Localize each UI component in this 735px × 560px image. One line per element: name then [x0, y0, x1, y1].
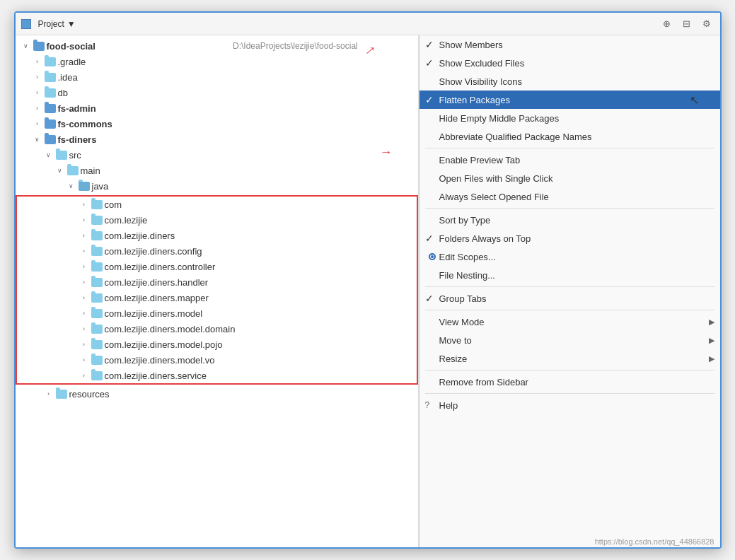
label-com-lezijie-diners-model-pojo: com.lezijie.diners.model.pojo — [105, 339, 414, 350]
folder-icon-root — [33, 42, 45, 51]
menu-item-open-single-click[interactable]: Open Files with Single Click — [419, 169, 720, 187]
chevron-com-lezijie-diners-model-pojo: › — [79, 339, 89, 349]
tree-item-com-lezijie-diners-config[interactable]: › com.lezijie.diners.config — [17, 243, 417, 259]
folder-icon-com-lezijie-diners-controller — [91, 262, 103, 272]
menu-item-help[interactable]: ? Help — [419, 396, 720, 414]
filter-button[interactable]: ⊟ — [679, 16, 695, 32]
chevron-com-lezijie-diners-service: › — [79, 371, 89, 380]
tree-item-gradle[interactable]: › .gradle — [16, 54, 418, 69]
tree-root[interactable]: ∨ food-social D:\IdeaProjects\lezijie\fo… — [16, 38, 418, 54]
label-move-to: Move to — [439, 335, 472, 346]
label-java: java — [92, 181, 415, 192]
menu-item-enable-preview-tab[interactable]: Enable Preview Tab — [419, 151, 720, 169]
toolbar: Project ▼ ⊕ ⊟ ⚙ — [16, 13, 720, 35]
tree-item-com-lezijie-diners-model-pojo[interactable]: › com.lezijie.diners.model.pojo — [17, 337, 417, 352]
folder-icon-resources — [56, 390, 67, 399]
menu-item-hide-empty-middle[interactable]: Hide Empty Middle Packages — [419, 109, 720, 127]
chevron-com-lezijie-diners-model-domain: › — [79, 324, 89, 334]
menu-item-view-mode[interactable]: View Mode ▶ — [419, 313, 720, 331]
tree-item-com-lezijie-diners-controller[interactable]: › com.lezijie.diners.controller — [17, 259, 417, 274]
chevron-com: › — [79, 199, 89, 209]
label-edit-scopes: Edit Scopes... — [439, 252, 496, 262]
chevron-fs-diners: ∨ — [33, 134, 42, 144]
main-window: Project ▼ ⊕ ⊟ ⚙ ∨ food-social D:\IdeaPro… — [14, 11, 722, 549]
check-group-tabs: ✓ — [425, 293, 439, 304]
label-com-lezijie-diners-mapper: com.lezijie.diners.mapper — [105, 293, 414, 303]
toolbar-title-text: Project — [38, 19, 64, 29]
tree-item-com-lezijie-diners-model-domain[interactable]: › com.lezijie.diners.model.domain — [17, 321, 417, 337]
settings-button[interactable]: ⚙ — [699, 16, 714, 32]
folder-icon-com — [91, 200, 103, 209]
folder-icon-com-lezijie — [91, 216, 103, 225]
radio-dot-edit-scopes — [429, 253, 436, 260]
tree-item-com-lezijie-diners-model-vo[interactable]: › com.lezijie.diners.model.vo — [17, 352, 417, 368]
folder-icon-gradle — [45, 57, 56, 66]
tree-item-src[interactable]: ∨ src — [16, 147, 418, 163]
menu-item-sort-by-type[interactable]: Sort by Type — [419, 211, 720, 229]
menu-item-flatten-packages[interactable]: ✓ Flatten Packages ↖ — [419, 91, 720, 109]
folder-icon-com-lezijie-diners — [91, 231, 103, 240]
menu-item-abbreviate-qualified[interactable]: Abbreviate Qualified Package Names — [419, 127, 720, 146]
tree-item-java[interactable]: ∨ java — [16, 178, 418, 194]
tree-item-com-lezijie-diners-model[interactable]: › com.lezijie.diners.model — [17, 305, 417, 321]
tree-item-fs-admin[interactable]: › fs-admin — [16, 100, 418, 116]
add-button[interactable]: ⊕ — [659, 16, 675, 32]
label-show-excluded-files: Show Excluded Files — [439, 58, 525, 69]
label-com-lezijie-diners-model-vo: com.lezijie.diners.model.vo — [105, 355, 414, 366]
folder-icon-com-lezijie-diners-model-domain — [91, 325, 103, 334]
label-fs-diners: fs-diners — [58, 134, 415, 145]
cursor-icon: ↖ — [690, 93, 699, 107]
menu-item-show-members[interactable]: ✓ Show Members — [419, 35, 720, 54]
menu-item-edit-scopes[interactable]: Edit Scopes... — [419, 247, 720, 266]
menu-item-always-select-opened[interactable]: Always Select Opened File — [419, 187, 720, 206]
tree-item-com-lezijie-diners-mapper[interactable]: › com.lezijie.diners.mapper — [17, 290, 417, 305]
separator-4 — [425, 310, 714, 310]
label-group-tabs: Group Tabs — [439, 293, 487, 304]
chevron-idea: › — [33, 72, 42, 82]
arrow-move-to: ▶ — [709, 336, 714, 345]
tree-item-com[interactable]: › com — [17, 197, 417, 212]
menu-item-resize[interactable]: Resize ▶ — [419, 349, 720, 368]
label-com-lezijie: com.lezijie — [105, 215, 414, 226]
menu-item-show-visibility-icons[interactable]: Show Visibility Icons — [419, 72, 720, 91]
folder-icon-db — [45, 88, 56, 98]
tree-item-com-lezijie-diners-handler[interactable]: › com.lezijie.diners.handler — [17, 274, 417, 290]
tree-item-db[interactable]: › db — [16, 85, 418, 100]
tree-item-com-lezijie-diners[interactable]: › com.lezijie.diners — [17, 228, 417, 243]
label-gradle: .gradle — [58, 57, 415, 67]
arrow-view-mode: ▶ — [709, 317, 714, 327]
label-sort-by-type: Sort by Type — [439, 215, 491, 226]
menu-item-show-excluded-files[interactable]: ✓ Show Excluded Files — [419, 54, 720, 72]
tree-item-idea[interactable]: › .idea — [16, 69, 418, 85]
arrow-resize: ▶ — [709, 354, 714, 363]
chevron-root: ∨ — [21, 41, 31, 51]
toolbar-title: Project ▼ — [38, 19, 76, 29]
menu-item-remove-from-sidebar[interactable]: Remove from Sidebar — [419, 373, 720, 391]
tree-item-fs-commons[interactable]: › fs-commons — [16, 116, 418, 132]
java-packages-section: › com › com.lezijie › com.lezijie.diners… — [16, 195, 418, 385]
label-com-lezijie-diners-config: com.lezijie.diners.config — [105, 246, 414, 257]
folder-icon-com-lezijie-diners-handler — [91, 278, 103, 287]
label-resize: Resize — [439, 354, 468, 364]
folder-icon-main — [67, 166, 79, 175]
label-com-lezijie-diners-controller: com.lezijie.diners.controller — [105, 262, 414, 272]
tree-item-com-lezijie[interactable]: › com.lezijie — [17, 212, 417, 228]
label-com-lezijie-diners: com.lezijie.diners — [105, 231, 414, 241]
folder-icon-fs-admin — [45, 104, 56, 113]
label-always-select-opened: Always Select Opened File — [439, 192, 549, 202]
chevron-com-lezijie-diners-handler: › — [79, 277, 89, 287]
label-flatten-packages: Flatten Packages — [439, 95, 510, 105]
tree-item-com-lezijie-diners-service[interactable]: › com.lezijie.diners.service — [17, 368, 417, 383]
folder-icon-idea — [45, 73, 56, 82]
dropdown-icon[interactable]: ▼ — [67, 19, 76, 29]
label-view-mode: View Mode — [439, 317, 485, 327]
chevron-fs-commons: › — [33, 119, 42, 129]
menu-item-move-to[interactable]: Move to ▶ — [419, 331, 720, 349]
menu-item-folders-always-on-top[interactable]: ✓ Folders Always on Top — [419, 229, 720, 247]
tree-item-fs-diners[interactable]: ∨ fs-diners — [16, 132, 418, 147]
project-tree: ∨ food-social D:\IdeaProjects\lezijie\fo… — [16, 35, 419, 547]
tree-item-main[interactable]: ∨ main — [16, 163, 418, 178]
menu-item-group-tabs[interactable]: ✓ Group Tabs — [419, 289, 720, 308]
tree-item-resources[interactable]: › resources — [16, 386, 418, 402]
menu-item-file-nesting[interactable]: File Nesting... — [419, 266, 720, 284]
